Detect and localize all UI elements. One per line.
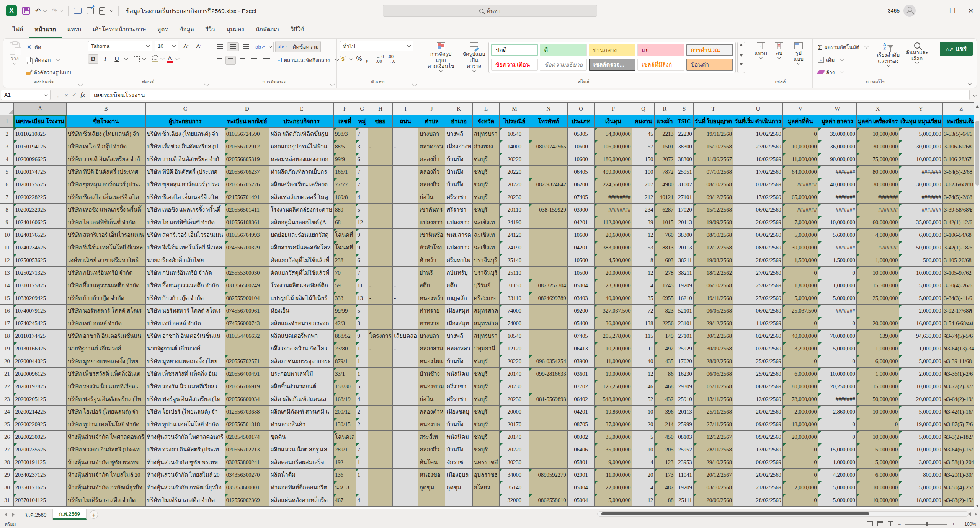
cell-Y3[interactable]: 30,000,000 bbox=[899, 140, 943, 153]
cell-L30[interactable]: ยโสธร bbox=[472, 481, 499, 494]
cell-J1[interactable]: ตำบล bbox=[418, 115, 445, 128]
expand-formula-bar-icon[interactable] bbox=[973, 93, 977, 97]
cell-Q4[interactable]: 150 bbox=[632, 153, 655, 166]
cell-Q21[interactable]: 12 bbox=[632, 368, 655, 380]
cell-X16[interactable] bbox=[856, 305, 899, 317]
cell-A12[interactable]: 10250053625 bbox=[14, 254, 66, 267]
cell-B22[interactable]: บริษัท รองรัน นิว แมททีเรียล เ bbox=[66, 380, 145, 393]
cell-T31[interactable]: 20/06/2568 bbox=[693, 494, 733, 507]
cell-Y1[interactable]: เงินทุน หมุนเวียน bbox=[899, 115, 943, 128]
cell-X14[interactable]: 15,500,000 bbox=[856, 279, 899, 292]
cell-O22[interactable]: 07702 bbox=[567, 380, 595, 393]
cell-V3[interactable]: 10,000,000 bbox=[782, 140, 818, 153]
cell-A8[interactable]: 10200232025 bbox=[14, 204, 66, 216]
column-header-Y[interactable]: Y bbox=[899, 103, 943, 115]
cell-L9[interactable]: ฉะเชิงเท bbox=[472, 216, 499, 229]
cell-Y2[interactable]: 5,000,000 bbox=[899, 128, 943, 140]
cell-K24[interactable]: เมืองชลบุ bbox=[445, 406, 472, 418]
cell-Y23[interactable]: 20,000,000 bbox=[899, 393, 943, 406]
cell-G24[interactable]: 2 bbox=[356, 406, 368, 418]
cell-C12[interactable]: นายเกรียงศักดิ์ กลับไชย bbox=[145, 254, 225, 267]
cell-N19[interactable] bbox=[529, 342, 567, 355]
next-sheet-icon[interactable] bbox=[12, 513, 15, 517]
cell-C31[interactable]: บริษัท โมเดิร์น เอ สตีล จำกัด bbox=[145, 494, 225, 507]
cell-V8[interactable]: ####### bbox=[782, 204, 818, 216]
cell-T29[interactable]: 20/12/2567 bbox=[693, 469, 733, 481]
cell-X27[interactable]: 5,000,000 bbox=[856, 443, 899, 456]
cell-S21[interactable]: 16230 bbox=[675, 368, 693, 380]
cell-S14[interactable]: 19209 bbox=[675, 279, 693, 292]
cell-F25[interactable]: 130/15 bbox=[334, 418, 356, 431]
cell-G21[interactable]: 1 bbox=[356, 368, 368, 380]
cell-T18[interactable]: 30/12/2568 bbox=[693, 330, 733, 342]
cell-M25[interactable]: 20170 bbox=[500, 418, 529, 431]
delete-cells-button[interactable]: × ลบ bbox=[772, 41, 786, 60]
cell-B18[interactable]: บริษัท อาซากิ อินเตอร์เนชั่นแน bbox=[66, 330, 145, 342]
cell-M16[interactable]: 74000 bbox=[500, 305, 529, 317]
cell-Y11[interactable]: 50,000,000 bbox=[899, 241, 943, 254]
cell-H14[interactable]: - bbox=[368, 279, 393, 292]
column-header-A[interactable]: A bbox=[14, 103, 66, 115]
cell-Y26[interactable]: 5,000,000 bbox=[899, 431, 943, 443]
cell-P19[interactable]: 10,200,000 bbox=[595, 342, 632, 355]
cell-N3[interactable]: 080-9742565 bbox=[529, 140, 567, 153]
cell-N12[interactable] bbox=[529, 254, 567, 267]
cell-F26[interactable]: โฉนดเล bbox=[334, 431, 356, 443]
cell-I11[interactable] bbox=[393, 241, 418, 254]
cell-O29[interactable]: 02001 bbox=[567, 469, 595, 481]
cell-C23[interactable]: บริษัท ฟอร์จูน อินดัสเตรียล (ไท bbox=[145, 393, 225, 406]
cell-L1[interactable]: จังหวัด bbox=[472, 115, 499, 128]
cell-E7[interactable]: ผลิตเซลล์แบตเตอรี่ โมดู bbox=[269, 191, 333, 204]
cell-R16[interactable]: 823 bbox=[655, 305, 675, 317]
cell-F3[interactable]: 88/5 bbox=[334, 140, 356, 153]
cell-K1[interactable]: อำเภอ bbox=[445, 115, 472, 128]
cell-O13[interactable]: 10500 bbox=[567, 267, 595, 279]
cell-L13[interactable]: ปราจีนบุรี bbox=[472, 267, 499, 279]
cell-L12[interactable]: ปราจีนบุรี bbox=[472, 254, 499, 267]
cell-T24[interactable]: 25/11/2568 bbox=[693, 406, 733, 418]
cell-W15[interactable]: 5,000,000 bbox=[818, 292, 856, 305]
cell-F4[interactable]: 99/9 bbox=[334, 153, 356, 166]
vertical-scrollbar[interactable] bbox=[974, 102, 980, 509]
cell-D30[interactable]: 035353600001 bbox=[225, 481, 269, 494]
cell-G2[interactable]: 7 bbox=[356, 128, 368, 140]
cell-K27[interactable]: บ้านบึง bbox=[445, 443, 472, 456]
cell-X9[interactable]: 60,000,000 bbox=[856, 216, 899, 229]
cell-W31[interactable]: 5,000,000 bbox=[818, 494, 856, 507]
row-header-18[interactable]: 18 bbox=[0, 330, 14, 342]
cell-E15[interactable]: แปรรูปไม้ ผลิตไม้วีเนียร์ bbox=[269, 292, 333, 305]
cell-U22[interactable]: 06/02/2569 bbox=[733, 380, 782, 393]
cell-S11[interactable]: 20113 bbox=[675, 241, 693, 254]
cell-C24[interactable]: บริษัท โฮเปอร์ (ไทยแลนด์) จำ bbox=[145, 406, 225, 418]
cell-R10[interactable]: 760 bbox=[655, 229, 675, 241]
cell-F20[interactable]: 879/1 bbox=[334, 355, 356, 368]
cell-W21[interactable]: 10,000,000 bbox=[818, 368, 856, 380]
cell-E24[interactable]: ผลิตเคมีภัณฑ์ สารเคมี แ bbox=[269, 406, 333, 418]
cell-P1[interactable]: เงินทุน bbox=[595, 115, 632, 128]
cell-M7[interactable]: 20230 bbox=[500, 191, 529, 204]
cell-A26[interactable]: 20200230025 bbox=[14, 431, 66, 443]
cell-style-chip[interactable]: แย่ bbox=[637, 44, 684, 56]
cell-A19[interactable]: 20130166925 bbox=[14, 342, 66, 355]
cell-M1[interactable]: ไปรษณีย์ bbox=[500, 115, 529, 128]
cell-Q1[interactable]: คนงาน bbox=[632, 115, 655, 128]
increase-decimal-button[interactable]: ←.0.00 bbox=[376, 54, 384, 64]
cell-X11[interactable]: ####### bbox=[856, 241, 899, 254]
cell-I23[interactable] bbox=[393, 393, 418, 406]
cell-W1[interactable]: มูลค่า อาคาร bbox=[818, 115, 856, 128]
cell-E5[interactable]: ทำผลิตภัณฑ์ลวดเย็บกร bbox=[269, 166, 333, 178]
cell-U24[interactable]: 20/02/2569 bbox=[733, 406, 782, 418]
vertical-scroll-thumb[interactable] bbox=[975, 121, 979, 186]
cell-K13[interactable]: กบินทร์บุ bbox=[445, 267, 472, 279]
cell-T30[interactable]: 03/10/2568 bbox=[693, 481, 733, 494]
cell-V18[interactable]: 40,000,000 bbox=[782, 330, 818, 342]
cell-T21[interactable]: 06/06/2568 bbox=[693, 368, 733, 380]
cell-T6[interactable]: 08/10/2568 bbox=[693, 178, 733, 191]
scroll-left-icon[interactable] bbox=[969, 512, 971, 516]
cell-D2[interactable]: 010556724590 bbox=[225, 128, 269, 140]
cell-B25[interactable]: บริษัท ทูป่าน เทคโนโลยี จำกัด bbox=[66, 418, 145, 431]
row-header-27[interactable]: 27 bbox=[0, 443, 14, 456]
cell-Q17[interactable]: 138 bbox=[632, 317, 655, 330]
row-header-30[interactable]: 30 bbox=[0, 481, 14, 494]
cell-Y18[interactable]: 94,639,000 bbox=[899, 330, 943, 342]
